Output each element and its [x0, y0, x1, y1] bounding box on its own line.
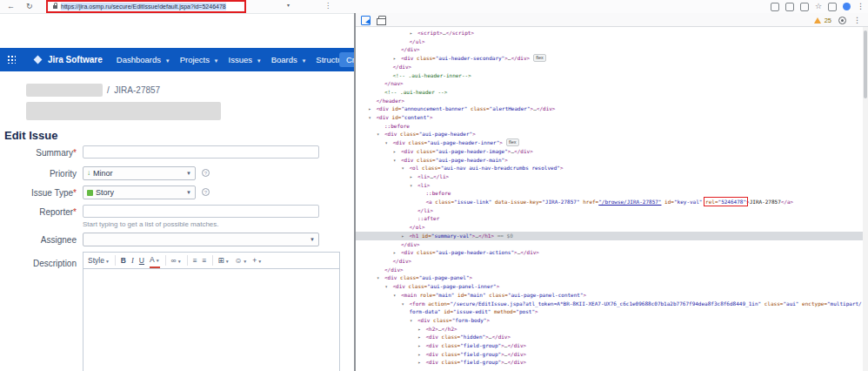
- devtools-tree-row[interactable]: </header>: [356, 97, 863, 105]
- collapse-arrow-icon[interactable]: ▾: [402, 300, 404, 309]
- nav-item-boards[interactable]: Boards ▼: [271, 55, 307, 64]
- code-token: class=: [489, 292, 508, 298]
- devtools-menu-icon[interactable]: ⋮: [853, 17, 861, 24]
- insert-more-button[interactable]: +▼: [252, 253, 262, 269]
- devtools-tree-row[interactable]: ▾<div class="form-body">: [356, 316, 863, 325]
- nav-item-issues[interactable]: Issues ▼: [229, 55, 262, 64]
- italic-button[interactable]: I: [131, 253, 134, 268]
- devtools-tree-row[interactable]: <!-- .aui-header -->: [356, 88, 863, 97]
- expand-arrow-icon[interactable]: ▸: [418, 359, 421, 368]
- warning-count[interactable]: 25: [825, 17, 831, 24]
- devtools-tree-row[interactable]: </li>: [356, 206, 863, 215]
- devtools-tree-row[interactable]: ▾<ol class="aui-nav aui-nav-breadcrumbs …: [356, 164, 863, 172]
- device-toolbar-icon[interactable]: [378, 16, 386, 25]
- bookmark-star-icon[interactable]: ☆: [815, 3, 822, 10]
- code-token: id=: [422, 233, 431, 239]
- devtools-tree-row[interactable]: ▾<div class="aui-page-header-inner">flex: [356, 138, 863, 147]
- code-token: <div: [426, 334, 442, 340]
- warning-triangle-icon[interactable]: [814, 17, 821, 24]
- issue-type-help-icon[interactable]: ?: [202, 188, 210, 196]
- devtools-tree-row[interactable]: ▾<li>: [356, 181, 863, 190]
- table-button[interactable]: ⊞▼: [218, 253, 230, 269]
- devtools-tree-row[interactable]: </div>: [356, 257, 863, 266]
- devtools-tree-row[interactable]: ▸<script>…</script>: [356, 29, 863, 37]
- devtools-tree-row[interactable]: ::after: [356, 214, 863, 223]
- profile-avatar[interactable]: [843, 3, 851, 10]
- url-bar[interactable]: https://jira.osmp.ru/secure/EditIssue!de…: [49, 2, 244, 11]
- extensions-puzzle-icon[interactable]: [828, 3, 837, 11]
- devtools-tree-row[interactable]: ▸<div class="hidden">…</div>: [356, 333, 863, 341]
- toolbar-overflow-icon[interactable]: ⋮: [324, 2, 331, 10]
- emoji-button[interactable]: ☺▼: [235, 253, 248, 269]
- devtools-tree-row[interactable]: </ol>: [356, 223, 863, 232]
- code-token: </div>: [511, 55, 530, 61]
- devtools-tree-row[interactable]: ▾<div class="aui-page-header-main">: [356, 156, 863, 165]
- devtools-tree-row[interactable]: <a class="issue-link" data-issue-key="JI…: [356, 198, 863, 206]
- issue-key-link[interactable]: JIRA-27857: [114, 85, 160, 95]
- flex-badge[interactable]: flex: [506, 138, 519, 146]
- issue-type-select[interactable]: Story ▼: [83, 186, 196, 199]
- code-token: </div>: [507, 342, 526, 348]
- reporter-input[interactable]: [83, 205, 319, 218]
- link-button[interactable]: ∞▼: [171, 253, 182, 269]
- toolbar-separator: [165, 255, 166, 266]
- bold-button[interactable]: B: [121, 253, 126, 268]
- inspect-element-icon[interactable]: [361, 16, 371, 25]
- priority-select[interactable]: ↓ Minor ▼: [83, 166, 196, 180]
- code-token: >: [499, 139, 503, 145]
- devtools-tree-row[interactable]: </div>: [356, 45, 863, 54]
- bullet-list-button[interactable]: ≡: [193, 253, 197, 268]
- devtools-tree-row[interactable]: </div>: [356, 266, 863, 274]
- assignee-select[interactable]: ▼: [83, 233, 319, 246]
- priority-help-icon[interactable]: ?: [202, 169, 210, 177]
- summary-input[interactable]: [83, 145, 319, 159]
- editor-content[interactable]: [83, 269, 340, 371]
- code-token: <div: [417, 317, 433, 323]
- devtools-tree-row[interactable]: </ul>: [356, 37, 863, 46]
- devtools-tree-row[interactable]: ▸<div class="aui-page-header-actions">…<…: [356, 248, 863, 257]
- devtools-tree-row[interactable]: </div>: [356, 240, 863, 249]
- devtools-tree-row[interactable]: ▾<div class="aui-page-panel">: [356, 273, 863, 282]
- devtools-tree-row[interactable]: ▸<div class="aui-header-secondary">…</di…: [356, 54, 863, 63]
- jira-logo-text[interactable]: Jira Software: [48, 55, 103, 64]
- underline-button[interactable]: U: [139, 253, 144, 268]
- devtools-tree-row[interactable]: ▾<main role="main" id="main" class="aui-…: [356, 291, 863, 300]
- devtools-scrollbar[interactable]: [863, 27, 868, 371]
- style-dropdown[interactable]: Style▼: [88, 253, 110, 269]
- text-color-button[interactable]: A▼: [150, 253, 160, 268]
- devtools-tree-row[interactable]: ▾<div id="content">: [356, 113, 863, 122]
- devtools-tree-row[interactable]: </nav>: [356, 79, 863, 88]
- devtools-tree-row[interactable]: ▾<div class="aui-page-header">: [356, 130, 863, 138]
- extensions-caret-icon[interactable]: ▾: [287, 2, 290, 8]
- numbered-list-button[interactable]: ≡: [203, 253, 207, 268]
- flex-badge[interactable]: flex: [533, 54, 546, 62]
- nav-item-dashboards[interactable]: Dashboards ▼: [117, 55, 170, 64]
- devtools-tree-row[interactable]: </div>: [356, 63, 863, 71]
- back-button[interactable]: ←: [7, 1, 15, 12]
- devtools-tree-row[interactable]: <!-- .aui-header-inner-->: [356, 71, 863, 80]
- devtools-tree-row[interactable]: ▾<form action="/secure/EditIssue.jspa?at…: [356, 300, 863, 316]
- browser-menu-icon[interactable]: ⋮: [857, 3, 865, 10]
- devtools-tree-row[interactable]: ▸<div class="field-group">…</div>: [356, 358, 863, 367]
- devtools-tree-row[interactable]: ▸<div class="field-group">…</div>: [356, 350, 863, 359]
- search-icon[interactable]: [785, 3, 794, 11]
- devtools-tree-row[interactable]: ▸<div id="announcement-banner" class="al…: [356, 105, 863, 113]
- devtools-tree-row[interactable]: ::before: [356, 122, 863, 131]
- devtools-tree-row[interactable]: ▾<div class="aui-page-panel-inner">: [356, 282, 863, 291]
- create-button[interactable]: Create: [339, 52, 354, 67]
- app-switcher-grid-icon[interactable]: [8, 56, 16, 64]
- devtools-tree-row[interactable]: ▸<h2>…</h2>: [356, 325, 863, 334]
- nav-item-projects[interactable]: Projects ▼: [180, 55, 219, 64]
- devtools-tree-row[interactable]: ▸<li>…</li>: [356, 172, 863, 181]
- devtools-selected-row[interactable]: ▸<h1 id="summary-val">…</h1> == $0: [356, 232, 863, 240]
- code-token: "aui-page-header-image": [436, 148, 508, 154]
- scrollbar-thumb[interactable]: [864, 30, 867, 98]
- settings-gear-icon[interactable]: [838, 17, 846, 24]
- share-icon[interactable]: [800, 3, 809, 11]
- reload-button[interactable]: ↻: [26, 1, 33, 12]
- translate-icon[interactable]: [771, 3, 779, 11]
- devtools-tree-row[interactable]: ::before: [356, 189, 863, 198]
- reporter-hint: Start typing to get a list of possible m…: [83, 220, 219, 228]
- devtools-tree-row[interactable]: ▸<div class="aui-page-header-image">…</d…: [356, 147, 863, 156]
- devtools-tree-row[interactable]: ▸<div class="field-group">…</div>: [356, 341, 863, 350]
